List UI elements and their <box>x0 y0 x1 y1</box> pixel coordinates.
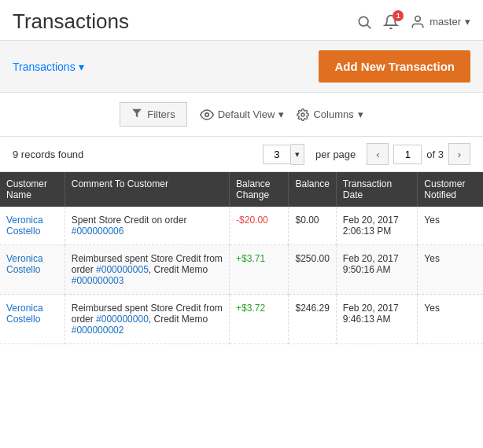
per-page-select: ▾ <box>263 144 304 165</box>
customer-notified-cell: Yes <box>418 295 483 344</box>
transactions-table: Customer Name Comment To Customer Balanc… <box>0 172 483 344</box>
balance-cell: $250.00 <box>289 245 336 295</box>
col-header-comment: Comment To Customer <box>65 172 229 207</box>
customer-name-link[interactable]: Veronica Costello <box>6 215 43 237</box>
dropdown-caret-icon: ▾ <box>79 61 84 73</box>
col-header-customer-name: Customer Name <box>0 172 65 207</box>
gear-icon <box>297 108 309 121</box>
per-page-dropdown-btn[interactable]: ▾ <box>291 144 304 165</box>
columns-caret-icon: ▾ <box>358 108 363 120</box>
col-header-customer-notified: Customer Notified <box>418 172 483 207</box>
view-label: Default View <box>218 108 275 120</box>
prev-page-button[interactable]: ‹ <box>367 143 389 165</box>
next-icon: › <box>458 149 461 160</box>
table-row: Veronica CostelloReimbursed spent Store … <box>0 245 483 295</box>
search-button[interactable] <box>356 14 372 30</box>
comment-link[interactable]: #000000000 <box>96 314 149 325</box>
add-new-transaction-button[interactable]: Add New Transaction <box>319 50 470 83</box>
comment-link[interactable]: #000000005 <box>96 264 149 275</box>
eye-icon <box>200 108 214 122</box>
user-caret-icon: ▾ <box>465 16 470 28</box>
notification-count: 1 <box>393 10 404 21</box>
table-header-row: Customer Name Comment To Customer Balanc… <box>0 172 483 207</box>
balance-change-cell: -$20.00 <box>230 207 289 245</box>
columns-selector[interactable]: Columns ▾ <box>297 108 363 121</box>
next-page-button[interactable]: › <box>448 143 470 165</box>
customer-name-cell: Veronica Costello <box>0 295 65 344</box>
notifications-button[interactable]: 1 <box>383 14 399 30</box>
comment-link[interactable]: #000000002 <box>72 325 124 336</box>
customer-name-link[interactable]: Veronica Costello <box>6 303 43 325</box>
view-selector[interactable]: Default View ▾ <box>200 108 285 122</box>
col-header-transaction-date: Transaction Date <box>336 172 418 207</box>
svg-point-0 <box>359 17 369 26</box>
pagination-row: 9 records found ▾ per page ‹ of 3 › <box>0 137 483 172</box>
toolbar: Transactions ▾ Add New Transaction <box>0 41 483 93</box>
balance-change-cell: +$3.71 <box>230 245 289 295</box>
svg-marker-3 <box>132 109 142 118</box>
per-page-label: per page <box>315 149 356 160</box>
header-icons: 1 master ▾ <box>356 14 470 30</box>
transactions-dropdown[interactable]: Transactions ▾ <box>13 61 84 73</box>
columns-label: Columns <box>313 108 353 120</box>
customer-name-link[interactable]: Veronica Costello <box>6 253 43 275</box>
prev-icon: ‹ <box>376 149 379 160</box>
balance-cell: $0.00 <box>289 207 336 245</box>
per-page-input[interactable] <box>263 145 291 164</box>
svg-point-4 <box>205 112 208 116</box>
transaction-date-cell: Feb 20, 2017 9:46:13 AM <box>336 295 418 344</box>
transaction-date-cell: Feb 20, 2017 2:06:13 PM <box>336 207 418 245</box>
col-header-balance: Balance <box>289 172 336 207</box>
user-menu[interactable]: master ▾ <box>410 14 470 30</box>
page-title: Transactions <box>13 9 129 34</box>
table-row: Veronica CostelloSpent Store Credit on o… <box>0 207 483 245</box>
view-caret-icon: ▾ <box>278 108 284 120</box>
balance-change-cell: +$3.72 <box>230 295 289 344</box>
customer-notified-cell: Yes <box>418 207 483 245</box>
customer-name-cell: Veronica Costello <box>0 207 65 245</box>
svg-point-5 <box>301 113 304 116</box>
current-page-input[interactable] <box>393 145 422 164</box>
user-name: master <box>430 16 461 28</box>
filters-bar: Filters Default View ▾ Columns ▾ <box>0 93 483 137</box>
table-row: Veronica CostelloReimbursed spent Store … <box>0 295 483 344</box>
comment-cell: Reimbursed spent Store Credit from order… <box>65 295 229 344</box>
svg-point-2 <box>415 16 421 21</box>
filters-button-label: Filters <box>147 108 175 120</box>
balance-cell: $246.29 <box>289 295 336 344</box>
records-found: 9 records found <box>13 149 83 160</box>
col-header-balance-change: Balance Change <box>230 172 289 207</box>
customer-notified-cell: Yes <box>418 245 483 295</box>
filters-button[interactable]: Filters <box>120 102 186 127</box>
comment-link[interactable]: #000000003 <box>72 275 124 286</box>
page-of-label: of 3 <box>426 149 444 160</box>
comment-link[interactable]: #000000006 <box>72 226 124 237</box>
comment-cell: Reimbursed spent Store Credit from order… <box>65 245 229 295</box>
pagination-controls: ▾ per page ‹ of 3 › <box>263 143 470 165</box>
filter-icon <box>131 108 142 121</box>
svg-line-1 <box>367 24 371 28</box>
transaction-date-cell: Feb 20, 2017 9:50:16 AM <box>336 245 418 295</box>
page-header: Transactions 1 master ▾ <box>0 0 483 41</box>
transactions-dropdown-label: Transactions <box>13 61 76 73</box>
customer-name-cell: Veronica Costello <box>0 245 65 295</box>
comment-cell: Spent Store Credit on order #000000006 <box>65 207 229 245</box>
